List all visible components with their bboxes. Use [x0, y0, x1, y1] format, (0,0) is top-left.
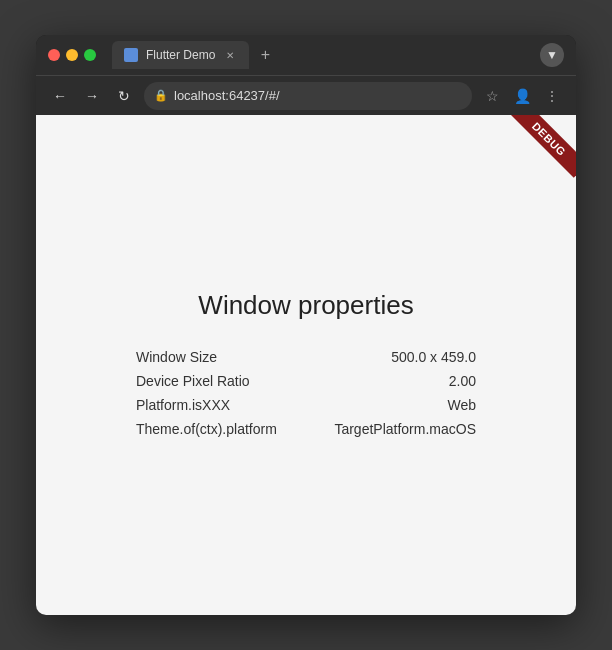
property-row: Device Pixel Ratio2.00	[136, 369, 476, 393]
forward-button[interactable]: →	[80, 84, 104, 108]
active-tab[interactable]: Flutter Demo ✕	[112, 41, 249, 69]
lock-icon: 🔒	[154, 89, 168, 102]
traffic-lights	[48, 49, 96, 61]
reload-button[interactable]: ↻	[112, 84, 136, 108]
tab-favicon-icon	[124, 48, 138, 62]
tab-close-button[interactable]: ✕	[223, 48, 237, 62]
toolbar-icons: ☆ 👤 ⋮	[480, 84, 564, 108]
property-row: Theme.of(ctx).platformTargetPlatform.mac…	[136, 417, 476, 441]
content-area: DEBUG Window properties Window Size500.0…	[36, 115, 576, 615]
address-text: localhost:64237/#/	[174, 88, 280, 103]
close-button[interactable]	[48, 49, 60, 61]
property-key: Device Pixel Ratio	[136, 373, 250, 389]
menu-button[interactable]: ⋮	[540, 84, 564, 108]
properties-table: Window Size500.0 x 459.0Device Pixel Rat…	[136, 345, 476, 441]
tab-title: Flutter Demo	[146, 48, 215, 62]
add-tab-button[interactable]: +	[253, 43, 277, 67]
page-title: Window properties	[198, 290, 413, 321]
address-input[interactable]: 🔒 localhost:64237/#/	[144, 82, 472, 110]
debug-banner: DEBUG	[506, 115, 576, 185]
address-bar: ← → ↻ 🔒 localhost:64237/#/ ☆ 👤 ⋮	[36, 75, 576, 115]
property-row: Platform.isXXXWeb	[136, 393, 476, 417]
tab-bar: Flutter Demo ✕ + ▼	[112, 41, 564, 69]
debug-banner-text: DEBUG	[510, 115, 576, 178]
property-value: 2.00	[449, 373, 476, 389]
property-key: Theme.of(ctx).platform	[136, 421, 277, 437]
browser-window: Flutter Demo ✕ + ▼ ← → ↻ 🔒 localhost:642…	[36, 35, 576, 615]
property-row: Window Size500.0 x 459.0	[136, 345, 476, 369]
tab-menu-button[interactable]: ▼	[540, 43, 564, 67]
maximize-button[interactable]	[84, 49, 96, 61]
property-value: TargetPlatform.macOS	[334, 421, 476, 437]
property-key: Window Size	[136, 349, 217, 365]
property-value: Web	[447, 397, 476, 413]
page-content: Window properties Window Size500.0 x 459…	[36, 115, 576, 615]
property-key: Platform.isXXX	[136, 397, 230, 413]
bookmark-button[interactable]: ☆	[480, 84, 504, 108]
back-button[interactable]: ←	[48, 84, 72, 108]
title-bar: Flutter Demo ✕ + ▼	[36, 35, 576, 75]
minimize-button[interactable]	[66, 49, 78, 61]
property-value: 500.0 x 459.0	[391, 349, 476, 365]
profile-button[interactable]: 👤	[510, 84, 534, 108]
